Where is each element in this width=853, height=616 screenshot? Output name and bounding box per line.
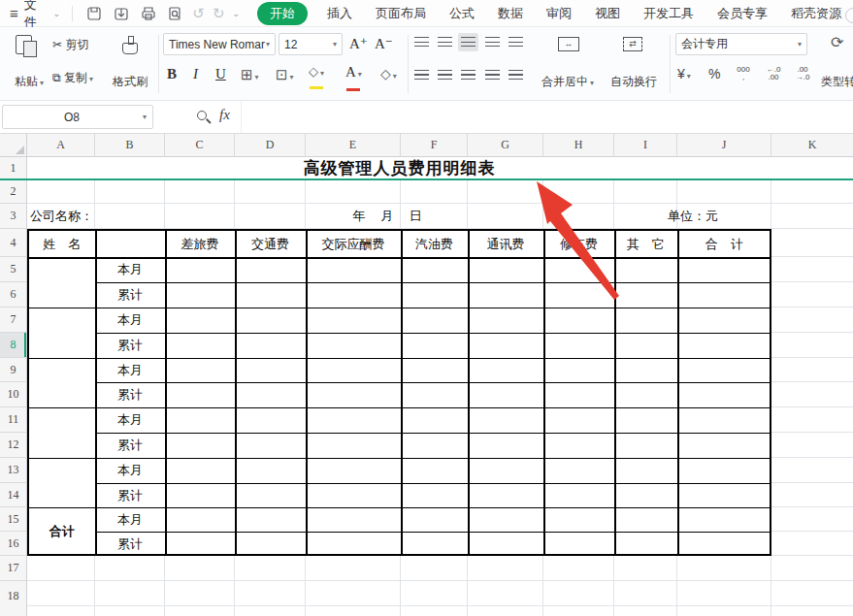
tab-docer[interactable]: 稻壳资源 (791, 5, 841, 22)
number-format-select[interactable]: 会计专用▾ (675, 33, 807, 55)
zoom-search-icon[interactable] (197, 111, 207, 120)
formula-input[interactable] (241, 101, 853, 133)
tab-page-layout[interactable]: 页面布局 (376, 5, 426, 22)
borders-button[interactable]: ⊞▾ (241, 66, 259, 83)
row-header-7[interactable]: 7 (0, 308, 27, 333)
tab-home[interactable]: 开始 (257, 2, 308, 25)
period-cell[interactable]: 累计 (95, 483, 165, 507)
row-header-12[interactable]: 12 (0, 433, 27, 458)
period-cell[interactable]: 累计 (95, 333, 165, 358)
name-box-dropdown-icon[interactable]: ▾ (143, 113, 147, 121)
date-cell[interactable]: 年 月 日 (318, 204, 456, 229)
period-cell[interactable]: 累计 (95, 433, 165, 458)
col-header-c[interactable]: C (165, 134, 235, 157)
period-cell[interactable]: 本月 (95, 257, 165, 282)
header-other[interactable]: 其 它 (614, 231, 677, 257)
merge-center-button[interactable]: 合并居中▾ (532, 74, 604, 90)
row-header-4[interactable]: 4 (0, 229, 27, 257)
insert-function-button[interactable]: fx (219, 107, 230, 123)
col-header-e[interactable]: E (306, 134, 401, 157)
underline-button[interactable]: U (215, 66, 226, 82)
period-cell[interactable]: 本月 (95, 308, 165, 333)
copy-button[interactable]: ⧉ 复制▾ (52, 70, 93, 86)
row-header-18[interactable]: 18 (0, 581, 27, 616)
shrink-text-button[interactable] (506, 66, 526, 84)
company-name-cell[interactable]: 公司名称： (30, 204, 93, 229)
sheet-title-cell[interactable]: 高级管理人员费用明细表 (27, 157, 771, 180)
search-icon[interactable] (845, 8, 853, 23)
period-cell[interactable]: 本月 (95, 358, 165, 382)
col-header-j[interactable]: J (677, 134, 771, 157)
row-header-3[interactable]: 3 (0, 204, 27, 229)
row-header-10[interactable]: 10 (0, 382, 27, 407)
cell-style-button[interactable]: ⊡▾ (276, 66, 294, 83)
header-entertainment[interactable]: 交际应酬费 (306, 231, 401, 257)
row-header-8-selected[interactable]: 8 (0, 333, 27, 358)
row-header-14[interactable]: 14 (0, 483, 27, 507)
export-button[interactable] (111, 4, 132, 23)
increase-indent-button[interactable] (506, 33, 526, 51)
italic-button[interactable]: I (193, 66, 198, 82)
font-size-select[interactable]: 12▾ (279, 33, 343, 55)
percent-button[interactable]: % (708, 66, 720, 81)
toolbar-more-icon[interactable]: ⌄ (232, 9, 240, 18)
col-header-g[interactable]: G (468, 134, 543, 157)
file-menu[interactable]: 文件 (24, 0, 49, 31)
currency-button[interactable]: ¥▾ (677, 66, 691, 81)
row-header-5[interactable]: 5 (0, 257, 27, 282)
hamburger-icon[interactable]: ≡ (10, 5, 18, 21)
chevron-down-icon[interactable]: ⌄ (53, 9, 61, 18)
header-gasoline[interactable]: 汽油费 (401, 231, 468, 257)
period-cell[interactable]: 累计 (95, 532, 165, 556)
header-travel[interactable]: 差旅费 (165, 231, 235, 257)
align-right-button[interactable] (458, 66, 478, 84)
col-header-b[interactable]: B (95, 134, 165, 157)
eraser-button[interactable]: ◇▾ (380, 66, 397, 81)
increase-font-button[interactable]: A⁺ (349, 35, 368, 52)
period-cell[interactable]: 本月 (95, 458, 165, 483)
row-header-1[interactable]: 1 (0, 157, 27, 180)
increase-decimal-button[interactable]: ←.0.00 (761, 66, 786, 81)
row-header-6[interactable]: 6 (0, 282, 27, 308)
header-car-repair[interactable]: 修车费 (543, 231, 614, 257)
align-bottom-button[interactable] (458, 33, 478, 51)
row-header-2[interactable]: 2 (0, 180, 27, 204)
col-header-h[interactable]: H (543, 134, 614, 157)
row-header-13[interactable]: 13 (0, 458, 27, 483)
unit-cell[interactable]: 单位：元 (668, 204, 745, 229)
undo-button[interactable]: ↺ (192, 5, 205, 22)
tab-view[interactable]: 视图 (595, 5, 620, 22)
row-header-11[interactable]: 11 (0, 407, 27, 433)
align-top-button[interactable] (411, 33, 432, 51)
font-color-button[interactable]: A▾ (345, 64, 362, 94)
wrap-text-button[interactable]: 自动换行 (604, 74, 664, 90)
row-header-15[interactable]: 15 (0, 507, 27, 532)
header-name[interactable]: 姓 名 (29, 231, 95, 257)
period-cell[interactable]: 累计 (95, 282, 165, 308)
period-cell[interactable]: 累计 (95, 382, 165, 407)
type-convert-button[interactable]: 类型转换 (817, 74, 853, 90)
col-header-d[interactable]: D (235, 134, 306, 157)
tab-member[interactable]: 会员专享 (717, 5, 768, 22)
col-header-k[interactable]: K (771, 134, 853, 157)
decrease-indent-button[interactable] (482, 33, 503, 51)
row-header-17[interactable]: 17 (0, 556, 27, 581)
print-button[interactable] (138, 4, 159, 23)
font-name-select[interactable]: Times New Romar▾ (163, 33, 276, 55)
align-middle-button[interactable] (435, 33, 455, 51)
name-box[interactable]: O8 ▾ (2, 105, 153, 129)
row-header-16[interactable]: 16 (0, 532, 27, 556)
tab-dev-tools[interactable]: 开发工具 (643, 5, 694, 22)
row-header-9[interactable]: 9 (0, 358, 27, 382)
format-painter-button[interactable]: 格式刷 (105, 74, 155, 90)
justify-button[interactable] (482, 66, 503, 84)
grand-total-cell[interactable]: 合计 (29, 507, 95, 556)
period-cell[interactable]: 本月 (95, 507, 165, 532)
tab-insert[interactable]: 插入 (327, 5, 352, 22)
align-center-button[interactable] (435, 66, 455, 84)
save-button[interactable] (83, 4, 105, 23)
col-header-a[interactable]: A (27, 134, 95, 157)
decrease-decimal-button[interactable]: .00→.0 (790, 66, 815, 81)
col-header-f[interactable]: F (401, 134, 468, 157)
thousands-separator-button[interactable]: 000, (732, 66, 755, 81)
